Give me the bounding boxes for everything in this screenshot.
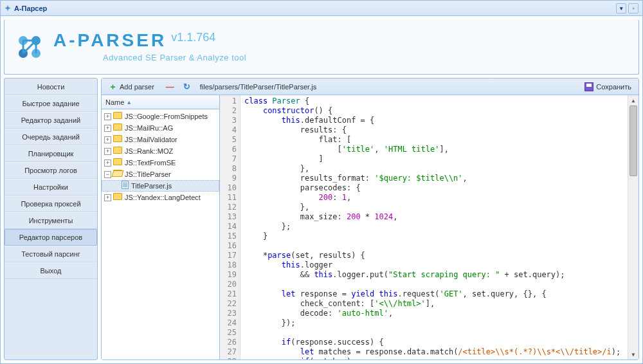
logo-name: A-PARSER bbox=[53, 32, 167, 50]
tree-label: JS::MailValidator bbox=[125, 136, 177, 143]
window-title: А-Парсер bbox=[14, 5, 47, 12]
sidebar-item[interactable]: Просмотр логов bbox=[5, 162, 97, 179]
sidebar-item[interactable]: Проверка проксей bbox=[5, 196, 97, 212]
file-path: files/parsers/TitleParser/TitleParser.js bbox=[200, 83, 316, 91]
line-gutter: 1234567891011121314151617181920212223242… bbox=[220, 95, 240, 359]
sidebar: НовостиБыстрое заданиеРедактор заданийОч… bbox=[4, 78, 98, 360]
folder-icon bbox=[113, 193, 122, 202]
sort-asc-icon: ▲ bbox=[126, 99, 132, 105]
expand-icon[interactable]: + bbox=[104, 113, 111, 120]
scroll-down-icon[interactable]: ▼ bbox=[628, 349, 638, 359]
tree-panel: Name ▲ +JS::Google::FromSnippets+JS::Mai… bbox=[102, 95, 220, 359]
logo-text: A-PARSERv1.1.764 Advanced SE Parser & An… bbox=[50, 32, 246, 62]
tree-folder[interactable]: +JS::Rank::MOZ bbox=[102, 145, 219, 157]
folder-icon bbox=[113, 170, 122, 179]
titlebar: ✦ А-Парсер ▾ ▫ bbox=[1, 1, 642, 16]
scroll-up-icon[interactable]: ▲ bbox=[628, 95, 638, 105]
tree-header[interactable]: Name ▲ bbox=[102, 95, 219, 109]
tree-file[interactable]: TitleParser.js bbox=[102, 180, 219, 192]
logo-icon bbox=[14, 32, 45, 62]
folder-icon bbox=[113, 147, 122, 156]
save-label: Сохранить bbox=[596, 83, 631, 91]
sidebar-item[interactable]: Тестовый парсинг bbox=[5, 246, 97, 262]
sidebar-item[interactable]: Планировщик bbox=[5, 145, 97, 162]
tree-label: TitleParser.js bbox=[131, 182, 172, 190]
window-minimize-button[interactable]: ▾ bbox=[616, 3, 626, 14]
tree-folder[interactable]: −JS::TitleParser bbox=[102, 168, 219, 180]
remove-parser-button[interactable]: — bbox=[163, 80, 180, 93]
app-icon: ✦ bbox=[5, 4, 11, 13]
sidebar-item[interactable]: Настройки bbox=[5, 179, 97, 196]
tree-folder[interactable]: +JS::Yandex::LangDetect bbox=[102, 192, 219, 203]
logo-header: A-PARSERv1.1.764 Advanced SE Parser & An… bbox=[4, 19, 639, 75]
add-parser-label: Add parser bbox=[120, 83, 154, 91]
logo-subtitle: Advanced SE Parser & Analyze tool bbox=[50, 53, 246, 62]
refresh-icon: ↻ bbox=[183, 82, 190, 91]
plus-icon: ＋ bbox=[109, 81, 117, 93]
code-area[interactable]: class Parser { constructor() { this.defa… bbox=[240, 95, 628, 359]
scrollbar-vertical[interactable]: ▲ ▼ bbox=[628, 95, 638, 359]
tree-label: JS::Yandex::LangDetect bbox=[125, 194, 201, 201]
expand-icon[interactable]: + bbox=[104, 136, 111, 143]
sidebar-item[interactable]: Новости bbox=[5, 79, 97, 95]
refresh-button[interactable]: ↻ bbox=[180, 80, 196, 93]
minus-icon: — bbox=[166, 82, 174, 91]
logo-version: v1.1.764 bbox=[171, 32, 215, 50]
file-icon bbox=[122, 181, 129, 191]
expand-icon[interactable]: + bbox=[104, 125, 111, 132]
save-icon bbox=[584, 82, 593, 91]
expand-icon[interactable]: + bbox=[104, 194, 111, 201]
folder-icon bbox=[113, 112, 122, 121]
tree-label: JS::Rank::MOZ bbox=[125, 147, 173, 155]
window-maximize-button[interactable]: ▫ bbox=[628, 3, 638, 14]
content-panel: ＋ Add parser — ↻ files/parsers/TitlePars… bbox=[101, 78, 639, 360]
scroll-thumb[interactable] bbox=[629, 105, 637, 176]
sidebar-item[interactable]: Инструменты bbox=[5, 212, 97, 229]
collapse-icon[interactable]: − bbox=[104, 171, 111, 178]
tree-folder[interactable]: +JS::Google::FromSnippets bbox=[102, 111, 219, 122]
code-editor[interactable]: 1234567891011121314151617181920212223242… bbox=[220, 95, 638, 359]
sidebar-item[interactable]: Выход bbox=[5, 262, 97, 279]
folder-icon bbox=[113, 135, 122, 144]
sidebar-item[interactable]: Редактор заданий bbox=[5, 112, 97, 129]
tree: +JS::Google::FromSnippets+JS::MailRu::AG… bbox=[102, 109, 219, 359]
save-button[interactable]: Сохранить bbox=[581, 81, 635, 93]
sidebar-item[interactable]: Быстрое задание bbox=[5, 95, 97, 112]
app-window: ✦ А-Парсер ▾ ▫ A-PARSERv1.1.764 Advanced… bbox=[0, 0, 643, 364]
sidebar-item[interactable]: Очередь заданий bbox=[5, 129, 97, 145]
tree-folder[interactable]: +JS::MailValidator bbox=[102, 134, 219, 145]
tree-header-label: Name bbox=[105, 98, 124, 106]
tree-label: JS::MailRu::AG bbox=[125, 124, 173, 132]
tree-label: JS::Google::FromSnippets bbox=[125, 113, 208, 120]
tree-label: JS::TextFromSE bbox=[125, 159, 176, 167]
folder-icon bbox=[113, 123, 122, 132]
expand-icon[interactable]: + bbox=[104, 159, 111, 167]
expand-icon[interactable]: + bbox=[104, 148, 111, 155]
folder-icon bbox=[113, 158, 122, 167]
tree-folder[interactable]: +JS::MailRu::AG bbox=[102, 122, 219, 134]
tree-label: JS::TitleParser bbox=[125, 170, 171, 178]
add-parser-button[interactable]: ＋ Add parser bbox=[105, 80, 158, 94]
toolbar: ＋ Add parser — ↻ files/parsers/TitlePars… bbox=[102, 78, 638, 95]
tree-folder[interactable]: +JS::TextFromSE bbox=[102, 157, 219, 168]
sidebar-item[interactable]: Редактор парсеров bbox=[5, 229, 97, 246]
